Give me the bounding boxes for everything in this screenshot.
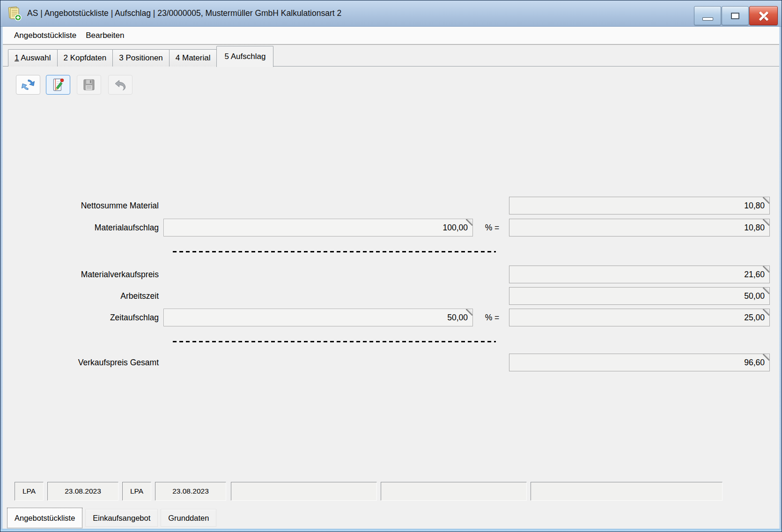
window-frame-bottom — [0, 529, 782, 532]
tab-auswahl[interactable]: 1 Auswahl — [8, 49, 58, 66]
verkaufspreis-gesamt-field: 96,60 — [509, 354, 770, 371]
status-field-date: 23.08.2023 — [155, 482, 226, 501]
bottomtab-angebotstueckliste[interactable]: Angebotstückliste — [7, 508, 82, 528]
edit-icon — [51, 77, 66, 92]
dashed-separator — [173, 341, 496, 342]
window-frame-right — [779, 27, 782, 532]
status-field-empty — [381, 482, 527, 501]
window-title: AS | Angebotstückliste | Aufschlag | 23/… — [27, 8, 341, 18]
tab-kopfdaten[interactable]: 2 Kopfdaten — [57, 49, 113, 66]
tab-positionen[interactable]: 3 Positionen — [112, 49, 170, 66]
field-corner-notch — [763, 288, 769, 294]
status-field-date: 23.08.2023 — [47, 482, 118, 501]
tab-material[interactable]: 4 Material — [169, 49, 217, 66]
nettosumme-material-field: 10,80 — [509, 197, 770, 214]
verkaufspreis-gesamt-label: Verkaufspreis Gesamt — [9, 354, 159, 371]
nettosumme-material-label: Nettosumme Material — [9, 197, 159, 214]
close-icon — [759, 11, 769, 21]
application-window: AS | Angebotstückliste | Aufschlag | 23/… — [0, 0, 782, 532]
minimize-button[interactable] — [694, 6, 721, 25]
percent-equals-label: % = — [479, 219, 505, 236]
menubar-separator — [3, 44, 779, 45]
maximize-icon — [731, 13, 739, 19]
refresh-button[interactable] — [16, 75, 40, 95]
bottomtab-grunddaten[interactable]: Grunddaten — [161, 509, 216, 527]
refresh-icon — [21, 77, 36, 92]
materialaufschlag-result-field: 10,80 — [509, 219, 770, 236]
titlebar: AS | Angebotstückliste | Aufschlag | 23/… — [0, 0, 782, 27]
arbeitszeit-label: Arbeitszeit — [9, 287, 159, 305]
bottomtab-einkaufsangebot[interactable]: Einkaufsangebot — [85, 509, 158, 527]
percent-equals-label: % = — [479, 309, 505, 326]
arbeitszeit-field: 50,00 — [509, 287, 770, 305]
module-tabstrip: Angebotstückliste Einkaufsangebot Grundd… — [7, 508, 219, 528]
minimize-icon — [702, 17, 713, 21]
field-corner-notch — [466, 219, 472, 226]
tab-aufschlag[interactable]: 5 Aufschlag — [216, 46, 273, 67]
field-corner-notch — [763, 354, 769, 361]
status-field-empty — [531, 482, 723, 501]
field-corner-notch — [763, 219, 769, 226]
zeitaufschlag-input[interactable]: 50,00 — [163, 309, 473, 326]
close-button[interactable] — [749, 6, 778, 25]
main-tabstrip: 1 Auswahl 2 Kopfdaten 3 Positionen 4 Mat… — [8, 45, 273, 66]
status-field-user: LPA — [122, 482, 151, 501]
materialverkaufspreis-field: 21,60 — [509, 266, 770, 283]
materialverkaufspreis-label: Materialverkaufspreis — [9, 266, 159, 283]
save-icon — [81, 77, 96, 92]
field-corner-notch — [763, 197, 769, 204]
save-button[interactable] — [77, 75, 101, 95]
dashed-separator — [173, 251, 496, 252]
maximize-button[interactable] — [722, 6, 749, 25]
menubar: Angebotstückliste Bearbeiten — [3, 27, 779, 44]
field-corner-notch — [763, 266, 769, 273]
field-corner-notch — [763, 309, 769, 316]
zeitaufschlag-label: Zeitaufschlag — [9, 309, 159, 326]
materialaufschlag-label: Materialaufschlag — [9, 219, 159, 236]
edit-button[interactable] — [46, 75, 70, 95]
menu-bearbeiten[interactable]: Bearbeiten — [81, 29, 129, 43]
field-corner-notch — [466, 309, 472, 316]
undo-icon — [113, 77, 128, 92]
undo-button[interactable] — [108, 75, 133, 95]
materialaufschlag-input[interactable]: 100,00 — [163, 219, 473, 236]
zeitaufschlag-result-field: 25,00 — [509, 309, 770, 326]
menu-angebotstueckliste[interactable]: Angebotstückliste — [9, 29, 81, 43]
window-frame-left — [0, 27, 3, 532]
status-field-user: LPA — [15, 482, 44, 501]
notes-add-icon — [7, 6, 22, 21]
status-field-empty — [231, 482, 377, 501]
